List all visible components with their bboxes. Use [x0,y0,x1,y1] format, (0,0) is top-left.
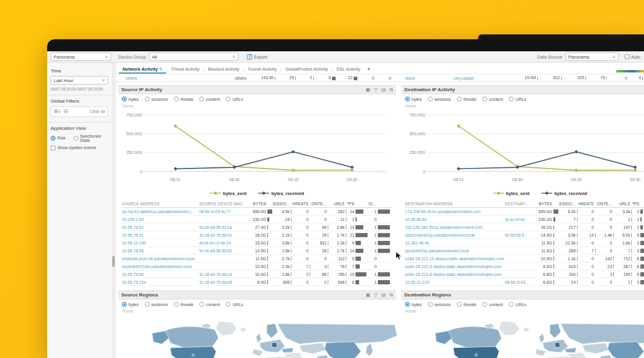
map-region[interactable] [539,333,544,343]
map-region[interactable] [366,343,373,356]
map-region[interactable] [272,342,277,347]
table-cell[interactable]: 10.55.10.219 [405,280,505,284]
table-cell[interactable]: a184-28-221-19.deploy.static.akamaitechn… [405,257,505,261]
legend-item-bytes_received[interactable]: bytes_received [258,191,304,196]
radio-icon[interactable] [199,97,204,101]
destination-peek-row[interactable]: Nonecary.caplan15.4M8123297904 [399,74,644,82]
table-row[interactable]: sjcwin849193m.paloaltonetworks.local10.9… [122,263,392,270]
column-header[interactable]: BYTES [247,202,273,206]
metric-radio-threats[interactable]: threats [457,97,476,101]
radio-icon[interactable] [226,97,231,101]
table-cell[interactable]: 00:50:56:9... [505,233,534,237]
sanctioned-state-radio[interactable] [74,136,78,141]
radio-icon[interactable] [122,302,127,307]
map-region[interactable] [499,321,520,336]
radio-icon[interactable] [145,97,150,101]
table-cell[interactable]: a184-28-221-8.deploy.static.akamaitechno… [405,272,505,276]
column-header[interactable]: DESTINATION ADDRESS [405,202,505,206]
column-header[interactable]: URLS [614,202,633,206]
metric-radio-urls[interactable]: URLs [509,302,526,307]
destination-regions-world-map[interactable] [424,320,644,358]
table-row[interactable]: 10.55.66.603c:ec:ef:4e...230.2G700111 [405,216,644,223]
table-row[interactable]: 116.126.184.35.bc.googleusercontent.com1… [405,223,644,231]
clear-all-link[interactable]: Clear all [89,109,105,113]
table-cell[interactable]: 10.55.10.190 [122,241,199,245]
open-in-new-icon[interactable]: ⧉ [389,88,393,92]
table-row[interactable]: 173.208.69.34.bc.googleusercontent.com65… [405,208,644,216]
table-cell[interactable]: 3c:ec:ef:4e... [505,217,534,222]
metric-radio-content[interactable]: content [199,302,220,307]
table-cell[interactable]: 10.55.78.55 [122,249,199,253]
map-region[interactable] [608,342,644,358]
legend-item-bytes_sent[interactable]: bytes_sent [493,191,529,196]
data-point[interactable] [575,150,578,153]
map-region[interactable] [256,333,261,343]
radio-icon[interactable] [457,97,462,101]
table-cell[interactable]: 3c:18:a0:75:9a:d8 [199,280,247,284]
metric-radio-bytes[interactable]: bytes [122,97,139,101]
radio-icon[interactable] [174,302,179,307]
column-header[interactable]: CONTE... [596,202,614,206]
table-row[interactable]: 10.55.10.21908:66:1f:03...6.6G1400131 [405,278,644,286]
metric-radio-bytes[interactable]: bytes [405,302,422,307]
tab-threat-activity[interactable]: Threat Activity [167,66,203,74]
table-row[interactable]: a184-28-221-19.deploy.static.akamaitechn… [405,255,644,263]
table-cell[interactable]: 08:66:1f:03:9c:77 [199,209,247,214]
map-region[interactable] [523,327,529,332]
map-region[interactable] [550,324,561,338]
source-regions-world-map[interactable] [141,320,401,358]
table-cell[interactable]: engtools-prod-08.paloaltonetworks.local [122,257,199,261]
metric-radio-content[interactable]: content [482,97,503,101]
pencil-icon[interactable]: ✎ [159,67,163,71]
map-region[interactable] [582,343,609,354]
sidebar-scrollbar[interactable] [112,63,116,358]
tab-blocked-activity[interactable]: Blocked Activity [204,66,243,74]
map-region[interactable] [568,353,587,358]
peek-user-link[interactable]: cary.caplan [453,76,506,80]
map-region[interactable] [252,349,263,356]
radio-icon[interactable] [405,97,410,101]
table-row[interactable]: 10.55.78.559c:eb:e8:56:56:5214.9G1.9k028… [122,247,392,255]
tab-globalprotect-activity[interactable]: GlobalProtect Activity [281,66,331,74]
table-cell[interactable]: 116.126.184.35.bc.googleusercontent.com [405,225,505,229]
map-region[interactable] [561,324,644,344]
chart-view-icon[interactable]: ▣ [366,293,371,298]
table-view-icon[interactable]: ▤ [381,88,386,92]
radio-icon[interactable] [457,302,462,307]
table-row[interactable]: 10.55.76.563c:18:a0:7b:66:cd10.0G1.6k288… [122,270,392,278]
metric-radio-bytes[interactable]: bytes [122,302,139,307]
table-cell[interactable]: 10.100.2.90 [122,217,199,222]
map-region[interactable] [165,327,218,348]
radio-icon[interactable] [509,302,514,307]
map-region[interactable] [285,353,304,358]
filter-icon[interactable]: ▽ [374,293,378,298]
radio-icon[interactable] [199,302,204,307]
radio-icon[interactable] [428,302,433,307]
data-point[interactable] [457,167,461,171]
export-button[interactable]: Export [247,54,267,60]
column-header[interactable]: APPS [347,202,369,206]
data-point[interactable] [174,167,177,171]
map-region[interactable] [281,348,293,353]
table-row[interactable]: sjcb2imgvw01p.paloaltonetworks.local00:5… [405,231,644,239]
metric-radio-threats[interactable]: threats [174,302,193,307]
column-header[interactable]: BYTES [534,202,559,206]
risk-radio[interactable] [51,136,56,141]
metric-radio-sessions[interactable]: sessions [145,302,168,307]
scrollbar-thumb[interactable] [112,256,115,267]
table-row[interactable]: engtools-prod-08.paloaltonetworks.local1… [122,255,392,263]
source-ip-breadcrumb[interactable]: Home [118,104,396,110]
table-cell[interactable]: 3c:18:a0:7b:66:cd [199,272,247,276]
map-region[interactable] [599,355,613,358]
table-cell[interactable]: sjccshtvl01p.paloaltonetworks.local [405,249,505,253]
auto-refresh-checkbox[interactable] [625,54,630,59]
column-header[interactable]: SOURCE ADDRESS [122,202,199,206]
context-select[interactable]: Panorama ∨ [51,53,111,61]
table-row[interactable]: a184-28-221-8.deploy.static.akamaitechno… [405,270,644,278]
table-row[interactable]: 10.55.10.190d4:f4:be:c3:4b:2415.0G3.8k08… [122,239,392,247]
device-group-select[interactable]: All ∨ [149,53,238,61]
metric-radio-threats[interactable]: threats [174,97,193,101]
radio-icon[interactable] [122,97,127,101]
column-header[interactable]: THREATS [578,202,596,206]
legend-item-bytes_received[interactable]: bytes_received [541,191,587,196]
